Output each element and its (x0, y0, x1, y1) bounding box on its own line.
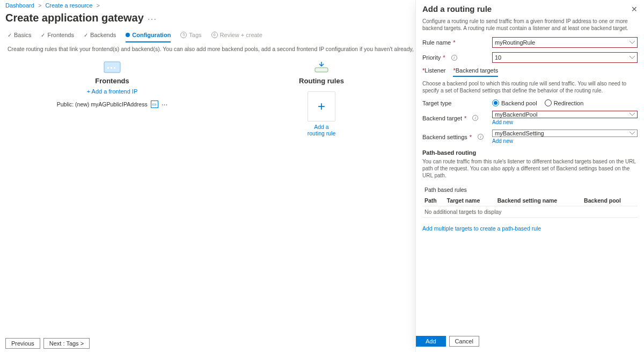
tab-listener[interactable]: *Listener (422, 67, 445, 77)
breadcrumb-sep: > (38, 2, 41, 9)
tab-basics[interactable]: ✓Basics (8, 32, 31, 42)
path-rules-table: Path based rules Path Target name Backen… (422, 184, 638, 218)
svg-rect-3 (114, 67, 115, 69)
add-routing-rule-panel: Add a routing rule ✕ Configure a routing… (415, 0, 644, 352)
routing-rules-title: Routing rules (299, 77, 344, 85)
add-multiple-targets-link[interactable]: Add multiple targets to create a path-ba… (422, 225, 541, 232)
frontends-icon (102, 60, 122, 75)
panel-description: Configure a routing rule to send traffic… (422, 18, 638, 32)
cancel-button[interactable]: Cancel (449, 336, 479, 347)
routing-rules-column: Routing rules + Add a routing rule (217, 60, 426, 137)
tab-configuration[interactable]: Configuration (126, 32, 171, 42)
tab-review[interactable]: 6Review + create (211, 32, 262, 42)
tab-backend-targets[interactable]: *Backend targets (453, 67, 498, 77)
svg-rect-2 (111, 67, 112, 69)
backend-tab-description: Choose a backend pool to which this rout… (422, 80, 638, 94)
svg-rect-4 (315, 68, 328, 72)
breadcrumb-sep: > (97, 2, 100, 9)
check-icon: ✓ (8, 32, 12, 38)
path-based-routing-description: You can route traffic from this rule's l… (422, 158, 638, 179)
edit-icon[interactable]: ▭ (151, 100, 158, 108)
next-button[interactable]: Next : Tags > (43, 338, 90, 349)
info-icon[interactable]: i (478, 134, 484, 140)
radio-backend-pool[interactable]: Backend pool (492, 99, 537, 106)
tab-backends[interactable]: ✓Backends (84, 32, 116, 42)
page-title: Create application gateway (5, 12, 144, 24)
backend-settings-select[interactable]: myBackendSetting (492, 130, 638, 137)
th-target-name: Target name (445, 195, 495, 206)
path-based-routing-heading: Path-based routing (422, 149, 638, 156)
backend-settings-label: Backend settings (422, 134, 467, 140)
th-backend-pool: Backend pool (582, 195, 638, 206)
breadcrumb-dashboard[interactable]: Dashboard (5, 2, 34, 9)
table-empty-row: No additional targets to display (422, 206, 638, 218)
add-frontend-ip-link[interactable]: + Add a frontend IP (87, 88, 138, 95)
add-button[interactable]: Add (416, 336, 446, 347)
plus-icon: + (318, 100, 325, 113)
panel-title: Add a routing rule (422, 4, 492, 13)
breadcrumb-create-resource[interactable]: Create a resource (45, 2, 92, 9)
check-icon: ✓ (84, 32, 88, 38)
backend-target-select[interactable]: myBackendPool (492, 111, 638, 118)
add-routing-rule-caption[interactable]: Add a routing rule (305, 124, 338, 137)
tab-frontends[interactable]: ✓Frontends (41, 32, 74, 42)
check-icon: ✓ (41, 32, 45, 38)
path-rules-caption: Path based rules (422, 184, 638, 195)
add-new-backend-target-link[interactable]: Add new (492, 119, 638, 125)
step-number-icon: 5 (180, 32, 187, 38)
th-path: Path (422, 195, 445, 206)
frontend-ip-label: Public: (new) myAGPublicIPAddress (57, 101, 148, 107)
close-icon[interactable]: ✕ (631, 5, 638, 13)
th-backend-setting: Backend setting name (495, 195, 582, 206)
dot-icon (126, 33, 130, 37)
routing-rules-icon (311, 60, 332, 75)
frontends-column: Frontends + Add a frontend IP Public: (n… (8, 60, 217, 137)
priority-input[interactable] (492, 52, 638, 63)
previous-button[interactable]: Previous (5, 338, 40, 349)
add-new-backend-settings-link[interactable]: Add new (492, 138, 638, 144)
info-icon[interactable]: i (451, 55, 457, 61)
radio-redirection[interactable]: Redirection (545, 99, 584, 106)
step-number-icon: 6 (211, 32, 218, 38)
frontend-ip-item: Public: (new) myAGPublicIPAddress ▭ ··· (57, 100, 168, 109)
target-type-label: Target type (422, 100, 451, 106)
rule-name-label: Rule name (422, 39, 451, 46)
info-icon[interactable]: i (472, 115, 478, 121)
page-title-ellipsis[interactable]: … (147, 11, 157, 23)
more-icon[interactable]: ··· (162, 100, 168, 109)
tab-tags[interactable]: 5Tags (180, 32, 201, 42)
add-routing-rule-card[interactable]: + (308, 91, 335, 121)
rule-name-input[interactable] (492, 37, 638, 48)
frontends-title: Frontends (95, 77, 129, 85)
backend-target-label: Backend target (422, 115, 462, 121)
svg-rect-1 (107, 67, 109, 69)
priority-label: Priority (422, 54, 441, 61)
